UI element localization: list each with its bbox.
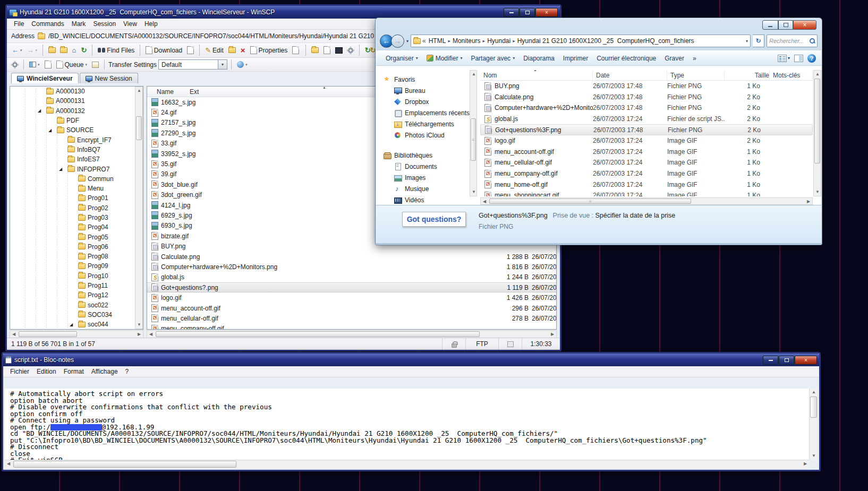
file-row[interactable]: Computer+hardware+%2D+Monitors.png1 816 … [147,262,556,272]
sidebar-item-vid-os[interactable]: Vidéos [376,194,470,204]
sidebar-item-musique[interactable]: Musique [376,183,470,194]
menu-item-affichage[interactable]: Affichage [88,367,122,376]
home-button[interactable]: ⌂ [71,46,78,55]
explorer-maximize-button[interactable] [778,20,793,30]
tree-item-prog04[interactable]: Prog04 [10,222,143,232]
tree-item-prog08[interactable]: Prog08 [10,252,143,261]
sidebar-item-bureau[interactable]: Bureau [376,85,470,96]
refresh-button[interactable]: ↻ [79,46,88,55]
explorer-minimize-button[interactable] [762,20,778,30]
copy-button[interactable] [322,45,332,55]
file-row[interactable]: Calculate.png1 288 B26/07/2003 1 [147,252,556,262]
explorer-file-row[interactable]: menu_account-off.gif26/07/2003 17:24Imag… [480,147,813,158]
column-taille[interactable]: Taille [725,70,770,80]
notepad-vertical-scrollbar[interactable]: ▲ ▼ [809,389,818,460]
explorer-horizontal-scrollbar[interactable]: ◀ ≡ ▶ [480,197,813,205]
tab-new-session[interactable]: New Session [80,73,138,83]
sidebar-item-dropbox[interactable]: Dropbox [376,96,470,107]
tree-item-commun[interactable]: Commun [10,174,143,184]
commandbar-organiser[interactable]: Organiser▾ [381,53,422,64]
tree-item-menu[interactable]: Menu [10,184,143,193]
tree-item-prog06[interactable]: Prog06 [10,242,143,252]
breadcrumb-item[interactable]: HTML [428,37,447,45]
properties-button[interactable]: Properties [249,45,290,55]
explorer-close-button[interactable]: × [793,20,816,30]
tree-item-prog02[interactable]: Prog02 [10,203,143,213]
explorer-file-row[interactable]: BUY.png26/07/2003 17:48Fichier PNG1 Ko [480,81,813,92]
commandbar-modifier[interactable]: Modifier▾ [422,53,467,64]
notepad-close-button[interactable]: × [795,356,817,365]
sidebar-item-t-l-chargements[interactable]: Téléchargements [376,118,470,130]
file-row[interactable]: menu_account-off.gif296 B26/07/2003 1 [147,303,556,313]
column-ext[interactable]: Ext [190,88,199,96]
preview-pane-button[interactable] [794,55,803,62]
delete-button[interactable]: × [239,46,247,55]
winscp-titlebar[interactable]: Hyundai 21 G210 1600X1200 _25 ComputerHQ… [7,6,560,19]
column-motscles[interactable]: Mots-clés [770,70,813,80]
explorer-file-row[interactable]: menu_cellular-off.gif26/07/2003 17:24Ima… [480,157,813,168]
breadcrumb-dropdown-icon[interactable]: ▾ [746,39,748,44]
queue-toggle-button[interactable] [90,61,100,69]
explorer-file-row[interactable]: Calculate.png26/07/2003 17:48Fichier PNG… [480,92,813,103]
commandbar-graver[interactable]: Graver [660,53,688,64]
status-console-cell[interactable] [498,338,522,350]
settings-button[interactable] [10,61,20,69]
tree-item-soc022[interactable]: soc022 [10,300,143,310]
winscp-maximize-button[interactable] [520,8,535,17]
open-directory-button[interactable] [58,46,69,54]
queue-button[interactable]: Queue▾ [55,59,89,70]
forward-button[interactable]: →▾ [25,46,39,55]
menu-item-format[interactable]: Format [60,367,88,376]
history-dropdown-icon[interactable]: ▾ [406,39,409,44]
menu-item-?[interactable]: ? [122,367,133,376]
notepad-minimize-button[interactable] [763,356,778,365]
transfer-settings-combobox[interactable]: Default ▾ [158,59,227,70]
column-name[interactable]: Name [157,88,174,96]
change-view-button[interactable]: ▾ [778,55,790,62]
panel-layout-button[interactable]: ▾ [28,61,41,68]
commandbar--[interactable]: » [688,53,701,64]
explorer-vertical-scrollbar[interactable]: ▲ ▼ [813,70,821,196]
winscp-close-button[interactable]: × [535,8,558,17]
custom-command-button[interactable]: ✎ [291,45,301,55]
commandbar-partager-avec[interactable]: Partager avec▾ [466,53,519,64]
breadcrumb[interactable]: « HTML▸Moniteurs▸Hyundai▸Hyundai 21 G210… [411,35,751,47]
winscp-minimize-button[interactable] [504,8,519,17]
open-button[interactable] [227,46,237,54]
download-button[interactable]: ↓Download [144,45,184,55]
explorer-file-row[interactable]: menu_company-off.gif26/07/2003 17:24Imag… [480,168,813,179]
expand-icon[interactable]: ◢ [59,167,62,171]
sidebar-item-documents[interactable]: Documents [376,161,470,172]
tree-item-prog05[interactable]: Prog05 [10,232,143,242]
file-row[interactable]: menu_cellular-off.gif278 B26/07/2003 1 [147,313,556,323]
expand-icon[interactable]: ◢ [38,108,41,113]
tree-item-prog01[interactable]: Prog01 [10,193,143,203]
edit-button[interactable]: ✎Edit [203,46,225,55]
notepad-text-area[interactable]: # Automatically abort script on errorsop… [5,389,809,460]
tree-item-infopro7[interactable]: ◢INFOPRO7 [10,164,143,174]
tree-item-a0000132[interactable]: ◢A0000132 [10,106,143,116]
find-files-button[interactable]: Find Files [96,46,136,55]
explorer-file-row[interactable]: global.js26/07/2003 17:24Fichier de scri… [480,114,813,125]
notepad-titlebar[interactable]: script.txt - Bloc-notes × [3,354,819,366]
file-row[interactable]: Got+questions?.png1 119 B26/07/2003 1 [147,282,556,292]
sidebar-section-bibliothèques[interactable]: Bibliothèques [376,150,470,161]
file-row[interactable]: menu_company-off.gif [147,324,556,330]
tree-item-prog03[interactable]: Prog03 [10,213,143,222]
breadcrumb-overflow-chevron[interactable]: « [422,37,426,45]
sidebar-item-images[interactable]: Images [376,172,470,183]
explorer-file-row[interactable]: Got+questions%3F.png26/07/2003 17:48Fich… [480,124,813,135]
menu-item-commands[interactable]: Commands [28,19,67,29]
explorer-file-row[interactable]: menu_shoppingcart.gif26/07/2003 17:24Ima… [480,190,813,196]
tree-item-prog09[interactable]: Prog09 [10,261,143,271]
refresh-button[interactable]: ↻ [753,35,764,47]
sidebar-item-emplacements-r-cents[interactable]: Emplacements récents [376,107,470,118]
details-meta-value[interactable]: Spécifier la date de la prise [595,212,676,219]
menu-item-edition[interactable]: Edition [33,367,60,376]
tree-item-prog12[interactable]: Prog12 [10,290,143,300]
explorer-file-row[interactable]: Computer+hardware+%2D+Monitors.png26/07/… [480,102,813,114]
tree-item-encrypt_if7[interactable]: Encrypt_IF7 [10,135,143,144]
commandbar-diaporama[interactable]: Diaporama [519,53,559,64]
session-color-button[interactable]: ▾ [235,60,249,69]
tree-item-infoes7[interactable]: InfoES7 [10,154,143,164]
